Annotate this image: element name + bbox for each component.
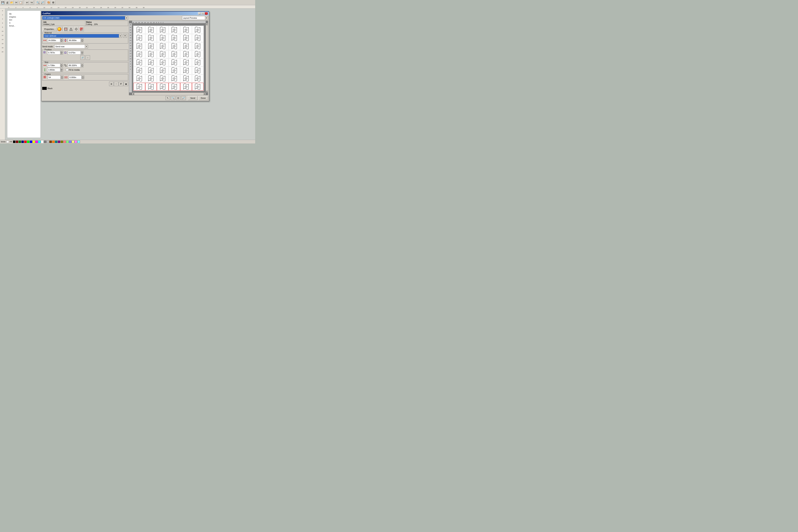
layout-preview-dropdown[interactable]: Layout Preview ▼ [182, 16, 208, 20]
subtoolbar-advanced-btn[interactable] [79, 27, 84, 32]
copies-spacing-up[interactable]: ▲ [82, 75, 84, 77]
color-black[interactable] [13, 140, 16, 143]
size-width-up[interactable]: ▲ [60, 63, 63, 65]
preview-pointer-btn[interactable]: ↖ [166, 96, 170, 100]
send-button[interactable]: Send [188, 96, 197, 100]
color-white[interactable] [41, 140, 43, 143]
dialog-minimize-btn[interactable]: _ [198, 12, 201, 15]
fit-to-media-checkbox[interactable] [66, 69, 68, 71]
send-mode-dropdown[interactable]: Send now ▼ [54, 45, 88, 49]
position-x-down[interactable]: ▼ [60, 53, 63, 55]
material-help-btn[interactable]: ? [123, 34, 127, 38]
scroll-bottom-right[interactable]: ▶ [204, 93, 206, 95]
size-width-down[interactable]: ▼ [60, 65, 63, 67]
dialog-close-btn[interactable]: ✕ [205, 12, 208, 15]
color-light-blue[interactable] [69, 140, 72, 143]
color-dark-red[interactable] [16, 140, 18, 143]
toolbar-open-btn[interactable]: 📂 [10, 1, 14, 5]
scroll-right-up[interactable]: ▲ [206, 23, 208, 25]
done-button[interactable]: Done [198, 96, 208, 100]
material-width-up[interactable]: ▲ [60, 38, 63, 40]
position-x-up[interactable]: ▲ [60, 51, 63, 53]
toolbar-color-btn[interactable]: 🎨 [47, 1, 51, 5]
material-width-field[interactable] [47, 38, 60, 42]
font-btn[interactable]: F [119, 82, 123, 86]
position-y-down[interactable]: ▼ [81, 53, 83, 55]
toolbar-save-btn[interactable]: 💾 [1, 1, 5, 5]
subtoolbar-cut-btn[interactable] [69, 27, 73, 32]
color-teal[interactable] [55, 140, 58, 143]
subtoolbar-settings-btn[interactable] [74, 27, 79, 32]
material-type-arrow[interactable]: ▼ [119, 34, 122, 38]
position-mirror-btn[interactable]: ↕ [86, 55, 90, 60]
copies-count-field[interactable] [48, 75, 61, 79]
color-light-gray[interactable] [46, 140, 49, 143]
preview-zoom-reset-btn[interactable]: ⊡ [176, 96, 180, 100]
position-x-field[interactable] [47, 51, 60, 55]
toolbar-print-btn[interactable]: 🖨 [5, 1, 10, 5]
color-dark-blue[interactable] [21, 140, 24, 143]
toolbar-zoom-out-btn[interactable]: 🔎 [40, 1, 44, 5]
copies-count-down[interactable]: ▼ [61, 77, 63, 79]
align-btn[interactable]: ↑ [114, 82, 118, 86]
dialog-maximize-btn[interactable]: □ [202, 12, 204, 15]
properties-button[interactable]: Properties... [43, 27, 57, 31]
subtoolbar-media-btn[interactable] [63, 27, 68, 32]
toolbar-undo-btn[interactable]: ↩ [25, 1, 29, 5]
color-light-yellow[interactable] [72, 140, 74, 143]
copies-spacing-down[interactable]: ▼ [82, 77, 84, 79]
printer-dropdown-arrow[interactable]: ▼ [125, 16, 128, 20]
preview-scrollbar-right[interactable]: ▲ ▼ [206, 23, 208, 93]
material-width-down[interactable]: ▼ [60, 40, 63, 42]
color-light-cyan[interactable] [77, 140, 80, 143]
toolbar-copy-btn[interactable]: 📋 [19, 1, 23, 5]
color-light-pink[interactable] [75, 140, 77, 143]
scale-down[interactable]: ▼ [81, 65, 83, 67]
color-light-green[interactable] [66, 140, 69, 143]
layout-preview-arrow[interactable]: ▼ [205, 16, 208, 20]
size-height-up[interactable]: ▲ [60, 68, 63, 70]
color-mode-btn[interactable] [57, 27, 61, 31]
toolbar-zoom-in-btn[interactable]: 🔍 [36, 1, 40, 5]
color-yellow[interactable] [33, 140, 35, 143]
material-height-up[interactable]: ▲ [81, 38, 83, 40]
preview-zoom-in-btn[interactable]: 🔍 [171, 96, 175, 100]
color-green[interactable] [27, 140, 30, 143]
grid-view-btn[interactable]: ▦ [124, 82, 128, 86]
position-y-up[interactable]: ▲ [81, 51, 83, 53]
color-gray[interactable] [44, 140, 46, 143]
color-olive[interactable] [60, 140, 63, 143]
size-height-field[interactable] [47, 68, 60, 72]
preview-zoom-fit-btn[interactable]: 🔎 [181, 96, 186, 100]
color-magenta[interactable] [35, 140, 38, 143]
material-type-dropdown[interactable]: User defined ▼ [43, 34, 122, 38]
material-height-field[interactable] [68, 38, 81, 42]
color-blue[interactable] [30, 140, 32, 143]
toolbar-cut-btn[interactable]: ✂ [14, 1, 18, 5]
layout-grid-btn[interactable]: ⊞ [109, 82, 114, 86]
preview-scrollbar-bottom[interactable]: ◀ ▶ [132, 93, 206, 95]
size-height-down[interactable]: ▼ [60, 70, 63, 72]
send-mode-arrow[interactable]: ▼ [85, 45, 88, 48]
printer-dropdown[interactable]: CR-1200@COM3 ▼ [42, 16, 128, 20]
color-pink[interactable] [63, 140, 66, 143]
copies-spacing-field[interactable] [69, 75, 82, 79]
size-width-field[interactable] [47, 63, 60, 67]
material-height-down[interactable]: ▼ [81, 40, 83, 42]
scroll-right-down[interactable]: ▼ [206, 91, 208, 93]
scale-up[interactable]: ▲ [81, 63, 83, 65]
position-lock-btn[interactable]: 🔗 [80, 55, 85, 60]
color-red[interactable] [24, 140, 27, 143]
color-cyan[interactable] [38, 140, 41, 143]
color-dark-green[interactable] [19, 140, 21, 143]
scale-field[interactable] [68, 63, 81, 67]
toolbar-settings-btn[interactable]: ⚙ [51, 1, 55, 5]
color-orange[interactable] [52, 140, 55, 143]
color-purple[interactable] [58, 140, 60, 143]
position-y-field[interactable] [68, 51, 81, 55]
scroll-bottom-left[interactable]: ◀ [132, 93, 134, 95]
color-brown[interactable] [49, 140, 52, 143]
toolbar-redo-btn[interactable]: ↪ [30, 1, 34, 5]
stroke-swatch[interactable] [6, 141, 9, 143]
copies-count-up[interactable]: ▲ [61, 75, 63, 77]
